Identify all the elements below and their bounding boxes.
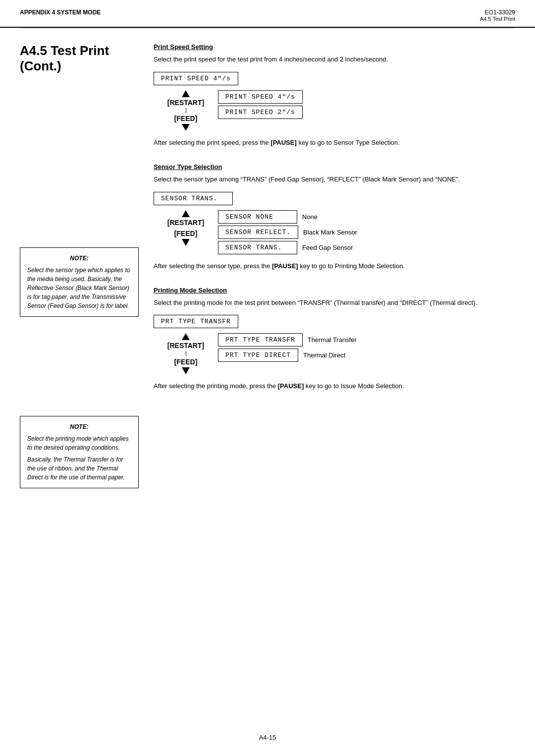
pm-row-1: PRT TYPE TRANSFR Thermal Transfer [218,333,357,347]
printing-mode-display: PRT TYPE TRANSFR [154,315,238,328]
section-ref: A4.5 Test Print [480,16,515,22]
printing-note-box: NOTE: Select the printing mode which app… [20,416,139,488]
sensor-option-1: SENSOR NONE [218,210,297,224]
arrow-up-ps [182,90,190,97]
pm-option-1: PRT TYPE TRANSFR [218,333,303,347]
arrow-up-pm [182,333,190,340]
arrow-down-st [182,239,190,246]
printing-mode-title: Printing Mode Selection [154,287,515,294]
sensor-row-2: SENSOR REFLECT. Black Mark Sensor [218,226,357,239]
sensor-label-3: Feed Gap Sensor [302,244,353,251]
pm-label-1: Thermal Transfer [308,336,357,344]
restart-label-pm: [RESTART] [167,341,204,350]
feed-label-ps: [FEED] [174,114,198,123]
sensor-note-box: NOTE: Select the sensor type which appli… [20,247,139,317]
flow-row-ps-1: PRINT SPEED 4"/s [218,90,303,104]
pm-row-2: PRT TYPE DIRECT Thermal Direct [218,349,357,362]
printing-mode-flow: [RESTART] [FEED] PRT TYPE TRANSFR Therma… [163,333,515,374]
sensor-label-1: None [302,213,318,221]
sensor-type-desc: Select the sensor type among “TRANS” (Fe… [154,174,515,185]
print-speed-flow: [RESTART] [FEED] PRINT SPEED 4"/s PRINT … [163,90,515,131]
flow-left-pm: [RESTART] [FEED] [163,333,208,374]
sensor-row-3: SENSOR TRANS. Feed Gap Sensor [218,241,357,254]
printing-mode-diagram: PRT TYPE TRANSFR [RESTART] [FEED] [154,315,515,374]
page-number: A4-15 [259,734,276,741]
flow-right-ps: PRINT SPEED 4"/s PRINT SPEED 2"/s [218,90,303,119]
sensor-type-section: Sensor Type Selection Select the sensor … [154,163,515,272]
print-speed-display: PRINT SPEED 4"/s [154,72,238,85]
page-header: APPENDIX 4 SYSTEM MODE EO1-33029 A4.5 Te… [0,0,535,28]
printing-mode-desc: Select the printing mode for the test pr… [154,298,515,308]
main-content: A4.5 Test Print (Cont.) NOTE: Select the… [0,28,535,518]
page-wrapper: APPENDIX 4 SYSTEM MODE EO1-33029 A4.5 Te… [0,0,535,756]
printing-mode-after: After selecting the printing mode, press… [154,381,515,392]
ps-option-2: PRINT SPEED 2"/s [218,106,303,119]
ps-option-1: PRINT SPEED 4"/s [218,90,303,104]
printing-note-text1: Select the printing mode which applies t… [27,434,131,452]
sensor-row-1: SENSOR NONE None [218,210,357,224]
print-speed-desc: Select the print speed for the test prin… [154,55,515,65]
spacer-mid [20,327,139,416]
sensor-label-2: Black Mark Sensor [303,229,357,236]
printing-note-text2: Basically, the Thermal Transfer is for t… [27,455,131,482]
printing-mode-right: PRT TYPE TRANSFR Thermal Transfer PRT TY… [218,333,357,362]
sensor-type-diagram: SENSOR TRANS. [RESTART] [FEED] SENSOR NO… [154,192,515,254]
spacer-top [20,89,139,247]
sensor-option-2: SENSOR REFLECT. [218,226,298,239]
sensor-option-3: SENSOR TRANS. [218,241,297,254]
page-footer: A4-15 [0,734,535,741]
sensor-note-text: Select the sensor type which applies to … [27,266,131,310]
sensor-flow: [RESTART] [FEED] SENSOR NONE None SENSOR… [163,210,515,254]
print-speed-title: Print Speed Setting [154,43,515,51]
section-title: A4.5 Test Print (Cont.) [20,43,139,74]
restart-label-st: [RESTART] [167,218,204,227]
pm-label-2: Thermal Direct [303,351,345,359]
doc-number: EO1-33029 [480,9,515,16]
flow-left-st: [RESTART] [FEED] [163,210,208,246]
right-content: Print Speed Setting Select the print spe… [149,43,515,498]
print-speed-diagram: PRINT SPEED 4"/s [RESTART] [FEED] [154,72,515,131]
sensor-type-after: After selecting the sensor type, press t… [154,261,515,272]
sensor-type-title: Sensor Type Selection [154,163,515,171]
print-speed-section: Print Speed Setting Select the print spe… [154,43,515,148]
arrow-down-ps [182,124,190,131]
print-speed-after: After selecting the print speed, press t… [154,138,515,148]
pm-option-2: PRT TYPE DIRECT [218,349,298,362]
header-right: EO1-33029 A4.5 Test Print [480,9,515,22]
flow-row-ps-2: PRINT SPEED 2"/s [218,106,303,119]
header-appendix: APPENDIX 4 SYSTEM MODE [20,9,101,16]
printing-note-title: NOTE: [27,422,131,431]
left-sidebar: A4.5 Test Print (Cont.) NOTE: Select the… [20,43,149,498]
feed-label-pm: [FEED] [174,357,198,366]
arrow-down-pm [182,367,190,374]
printing-mode-section: Printing Mode Selection Select the print… [154,287,515,392]
feed-label-st: [FEED] [174,229,198,238]
flow-line-ps [186,108,186,113]
flow-left-ps: [RESTART] [FEED] [163,90,208,131]
restart-label-ps: [RESTART] [167,98,204,107]
arrow-up-st [182,210,190,217]
sensor-note-title: NOTE: [27,254,131,263]
flow-line-pm [186,351,186,356]
sensor-type-display: SENSOR TRANS. [154,192,233,205]
sensor-right: SENSOR NONE None SENSOR REFLECT. Black M… [218,210,357,254]
